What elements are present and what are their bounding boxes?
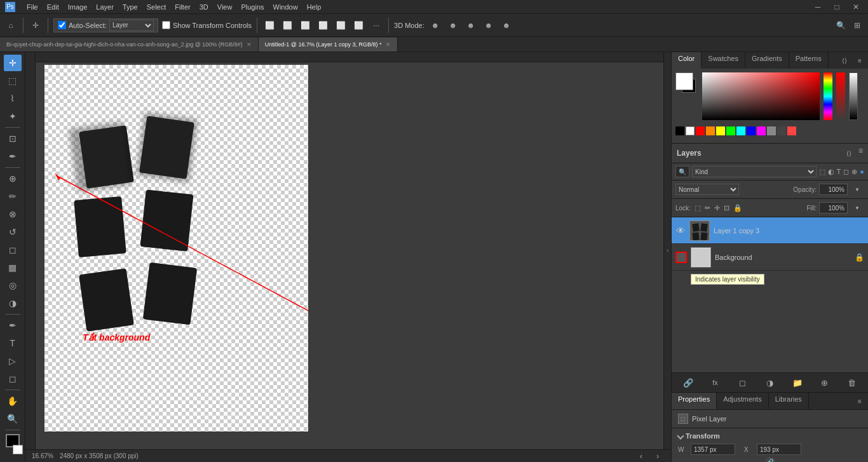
menu-view[interactable]: View bbox=[217, 3, 233, 11]
layer-visibility-copy3[interactable]: 👁 bbox=[675, 226, 686, 236]
layer-kind-select[interactable]: Kind bbox=[692, 166, 817, 177]
auto-select-checkbox[interactable] bbox=[58, 21, 66, 29]
auto-select-type[interactable]: Layer bbox=[109, 20, 154, 31]
type-tool[interactable]: T bbox=[4, 335, 22, 351]
status-prev[interactable]: ‹ bbox=[634, 449, 648, 463]
swatch-green[interactable] bbox=[726, 126, 735, 135]
panel-menu-icon[interactable]: ≡ bbox=[853, 53, 867, 67]
maximize-btn[interactable]: □ bbox=[830, 0, 844, 14]
swatch-red[interactable] bbox=[696, 126, 705, 135]
mask-btn[interactable]: ◻ bbox=[736, 376, 750, 390]
foreground-swatch[interactable] bbox=[675, 72, 693, 90]
align-middle-icon[interactable]: ⬜ bbox=[334, 18, 348, 32]
heal-tool[interactable]: ⊕ bbox=[4, 170, 22, 187]
panel-collapse-icon[interactable]: ⟨⟩ bbox=[837, 53, 851, 67]
canvas-document[interactable]: Tắt background bbox=[44, 65, 308, 431]
lock-move-icon[interactable]: ✛ bbox=[714, 204, 720, 212]
history-tool[interactable]: ↺ bbox=[4, 224, 22, 240]
link-proportion-btn[interactable]: 🔗 bbox=[678, 458, 862, 462]
props-more-icon[interactable]: ≡ bbox=[853, 394, 867, 408]
menu-file[interactable]: File bbox=[27, 3, 38, 11]
layer-filter-smart-icon[interactable]: ⊕ bbox=[851, 168, 857, 176]
menu-window[interactable]: Window bbox=[273, 3, 298, 11]
menu-help[interactable]: Help bbox=[307, 3, 322, 11]
menu-3d[interactable]: 3D bbox=[200, 3, 208, 11]
swatch-white[interactable] bbox=[686, 126, 695, 135]
layer-filter-shape-icon[interactable]: ◻ bbox=[843, 168, 849, 176]
gradient-tool[interactable]: ▦ bbox=[4, 259, 22, 276]
layer-item-copy3[interactable]: 👁 Layer 1 copy 3 bbox=[672, 217, 868, 244]
swatch-blue[interactable] bbox=[747, 126, 756, 135]
tab-1[interactable]: Bi-quyet-chup-anh-dep-tai-gia-Nghi-dich-… bbox=[0, 37, 259, 51]
search-group[interactable]: 🔍 bbox=[675, 166, 689, 177]
align-bottom-icon[interactable]: ⬜ bbox=[351, 18, 365, 32]
3d-btn3[interactable]: ☻ bbox=[464, 18, 478, 32]
layer-filter-toggle[interactable]: ● bbox=[860, 168, 864, 175]
swatch-orange[interactable] bbox=[706, 126, 715, 135]
align-left-icon[interactable]: ⬜ bbox=[262, 18, 276, 32]
search-btn[interactable]: 🔍 bbox=[834, 18, 848, 32]
menu-filter[interactable]: Filter bbox=[175, 3, 190, 11]
3d-btn4[interactable]: ☻ bbox=[482, 18, 496, 32]
align-center-icon[interactable]: ⬜ bbox=[280, 18, 294, 32]
3d-btn1[interactable]: ☻ bbox=[428, 18, 442, 32]
tab-color[interactable]: Color bbox=[672, 52, 702, 69]
shape-tool[interactable]: ◻ bbox=[4, 370, 22, 387]
value-slider[interactable] bbox=[849, 72, 858, 120]
swatch-yellow[interactable] bbox=[716, 126, 725, 135]
menu-select[interactable]: Select bbox=[147, 3, 166, 11]
3d-btn5[interactable]: ☻ bbox=[499, 18, 513, 32]
tab-adjustments[interactable]: Adjustments bbox=[717, 393, 769, 409]
swatch-darkgray[interactable] bbox=[777, 126, 786, 135]
blend-mode-select[interactable]: Normal bbox=[675, 184, 739, 195]
pen-tool[interactable]: ✒ bbox=[4, 317, 22, 334]
show-transform-checkbox[interactable] bbox=[162, 21, 170, 29]
tab-2[interactable]: Untitled-1 @ 16.7% (Layer 1 copy 3, RGB/… bbox=[259, 37, 398, 51]
eraser-tool[interactable]: ◻ bbox=[4, 241, 22, 258]
lock-paint-icon[interactable]: ✏ bbox=[705, 204, 710, 212]
blur-tool[interactable]: ◎ bbox=[4, 277, 22, 294]
fill-value[interactable]: 100% bbox=[819, 202, 848, 214]
auto-select-group[interactable]: Auto-Select: Layer bbox=[53, 18, 158, 32]
new-layer-btn[interactable]: ⊕ bbox=[818, 376, 832, 390]
swatch-gray[interactable] bbox=[767, 126, 776, 135]
delete-layer-btn[interactable]: 🗑 bbox=[845, 376, 859, 390]
opacity-dropdown-icon[interactable]: ▼ bbox=[850, 182, 864, 196]
swatch-lightred[interactable] bbox=[787, 126, 796, 135]
link-layers-btn[interactable]: 🔗 bbox=[681, 376, 695, 390]
alpha-slider[interactable] bbox=[836, 72, 845, 120]
workspace-btn[interactable]: ⊞ bbox=[850, 18, 864, 32]
opacity-value[interactable]: 100% bbox=[819, 184, 848, 195]
path-tool[interactable]: ▷ bbox=[4, 353, 22, 369]
menu-plugins[interactable]: Plugins bbox=[241, 3, 264, 11]
selection-tool[interactable]: ⬚ bbox=[4, 72, 22, 89]
more-options-icon[interactable]: ··· bbox=[369, 18, 383, 32]
background-color[interactable] bbox=[13, 445, 23, 454]
tab-1-close[interactable]: ✕ bbox=[247, 41, 252, 48]
stamp-tool[interactable]: ⊗ bbox=[4, 206, 22, 222]
zoom-tool[interactable]: 🔍 bbox=[4, 411, 22, 427]
menu-edit[interactable]: Edit bbox=[47, 3, 59, 11]
align-top-icon[interactable]: ⬜ bbox=[316, 18, 330, 32]
brush-tool[interactable]: ✏ bbox=[4, 188, 22, 205]
minimize-btn[interactable]: ─ bbox=[811, 0, 825, 14]
layer-item-background[interactable]: Background 🔒 bbox=[672, 244, 868, 271]
menu-layer[interactable]: Layer bbox=[96, 3, 114, 11]
layers-menu-btn[interactable]: ≡ bbox=[858, 146, 863, 160]
x-input[interactable] bbox=[757, 444, 801, 455]
w-input[interactable] bbox=[691, 444, 735, 455]
group-btn[interactable]: 📁 bbox=[790, 376, 804, 390]
fill-dropdown-icon[interactable]: ▼ bbox=[850, 201, 864, 215]
layer-filter-adjust-icon[interactable]: ◐ bbox=[828, 168, 834, 176]
dodge-tool[interactable]: ◑ bbox=[4, 295, 22, 311]
tab-libraries[interactable]: Libraries bbox=[769, 393, 809, 409]
crop-tool[interactable]: ⊡ bbox=[4, 130, 22, 147]
lasso-tool[interactable]: ⌇ bbox=[4, 90, 22, 107]
home-btn[interactable]: ⌂ bbox=[4, 18, 18, 32]
color-gradient-picker[interactable] bbox=[702, 72, 820, 120]
lock-proportions-icon[interactable]: 🔗 bbox=[766, 458, 775, 462]
adjustment-btn[interactable]: ◑ bbox=[763, 376, 777, 390]
swatch-magenta[interactable] bbox=[757, 126, 766, 135]
status-next[interactable]: › bbox=[651, 449, 665, 463]
swatch-black[interactable] bbox=[675, 126, 684, 135]
